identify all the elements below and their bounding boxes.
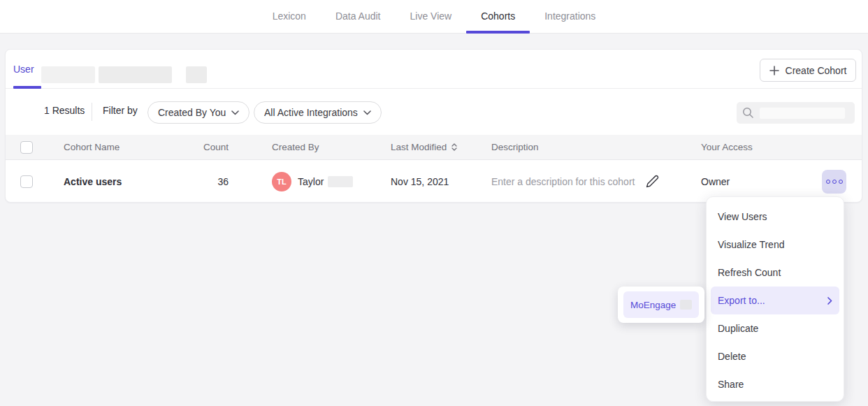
plus-icon [769, 66, 779, 75]
cohort-table-header: Cohort Name Count Created By Last Modifi… [6, 135, 862, 160]
menu-item-export-to[interactable]: Export to... [711, 287, 839, 314]
select-all-checkbox[interactable] [20, 141, 33, 154]
avatar: TL [272, 172, 291, 191]
sort-arrows-icon [451, 143, 457, 151]
integrations-filter-dropdown[interactable]: All Active Integrations [254, 101, 382, 124]
menu-item-visualize-trend[interactable]: Visualize Trend [707, 231, 844, 259]
last-modified-cell: Nov 15, 2021 [391, 160, 449, 203]
header-last-modified[interactable]: Last Modified [391, 135, 457, 159]
menu-item-duplicate[interactable]: Duplicate [707, 314, 844, 342]
created-by-filter-dropdown[interactable]: Created By You [147, 101, 249, 124]
menu-item-share[interactable]: Share [707, 370, 844, 398]
header-cohort-name: Cohort Name [64, 135, 120, 159]
filter-by-label: Filter by [103, 105, 138, 116]
header-created-by: Created By [272, 135, 319, 159]
created-by-cell: TL Taylor [272, 160, 353, 203]
chevron-down-icon [231, 110, 239, 115]
header-description: Description [491, 135, 539, 159]
row-checkbox[interactable] [20, 175, 33, 188]
menu-item-view-users[interactable]: View Users [707, 203, 844, 231]
row-actions-button[interactable] [822, 170, 846, 194]
export-submenu: MoEngage [618, 287, 704, 323]
active-tab-underline [466, 31, 530, 34]
nav-tab-integrations[interactable]: Integrations [530, 0, 610, 33]
nav-tab-live-view[interactable]: Live View [396, 0, 467, 33]
nav-tab-data-audit[interactable]: Data Audit [321, 0, 396, 33]
chevron-down-icon [363, 110, 371, 115]
redacted-creator-surname [328, 176, 353, 187]
tab-user[interactable]: User [13, 50, 34, 89]
search-input[interactable] [737, 102, 855, 124]
create-cohort-button[interactable]: Create Cohort [760, 59, 856, 82]
description-placeholder[interactable]: Enter a description for this cohort [491, 176, 635, 187]
top-navigation: Lexicon Data Audit Live View Cohorts Int… [0, 0, 868, 34]
cohort-count: 36 [159, 160, 229, 203]
three-dots-icon [826, 180, 830, 184]
submenu-item-moengage[interactable]: MoEngage [623, 291, 699, 318]
cohorts-toolbar: 1 Results Filter by Created By You All A… [6, 89, 862, 135]
cohorts-panel: User Create Cohort 1 Results Filter by C… [5, 49, 862, 203]
header-your-access: Your Access [701, 135, 753, 159]
menu-item-refresh-count[interactable]: Refresh Count [707, 259, 844, 287]
description-cell: Enter a description for this cohort [491, 160, 659, 203]
search-icon [742, 107, 754, 119]
nav-tab-lexicon[interactable]: Lexicon [258, 0, 321, 33]
chevron-right-icon [827, 297, 832, 305]
cohort-type-tab-row: User Create Cohort [6, 50, 862, 89]
redacted-tab-placeholder [41, 66, 95, 83]
redacted-search-text [760, 108, 845, 119]
results-count: 1 Results [44, 105, 85, 116]
creator-name: Taylor [298, 176, 324, 187]
redacted-submenu-text [680, 300, 692, 310]
redacted-tab-placeholder [99, 66, 172, 83]
pencil-icon[interactable] [646, 175, 659, 188]
cohort-actions-menu: View Users Visualize Trend Refresh Count… [706, 196, 844, 402]
header-count: Count [159, 135, 229, 159]
redacted-tab-placeholder [186, 66, 207, 83]
menu-item-delete[interactable]: Delete [707, 342, 844, 370]
nav-tab-cohorts[interactable]: Cohorts [466, 0, 530, 33]
toolbar-divider [92, 103, 92, 121]
cohort-name-link[interactable]: Active users [64, 176, 122, 187]
